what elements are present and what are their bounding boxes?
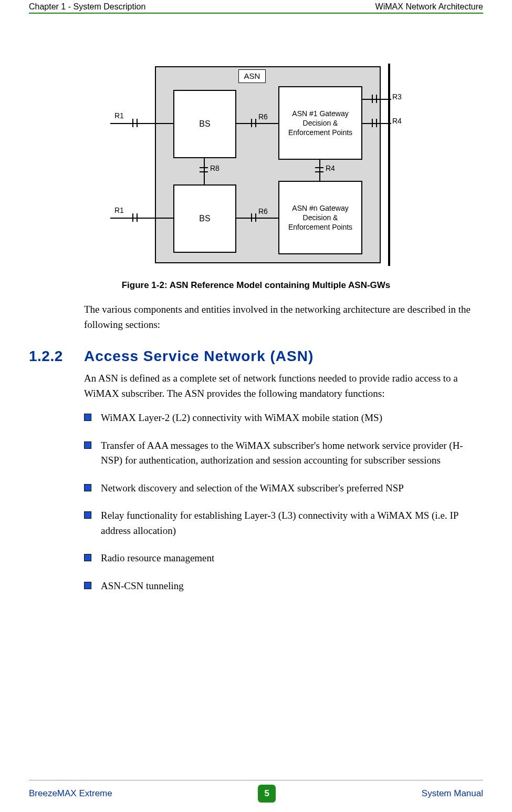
asn-diagram: ASN BS BS ASN #1 Gateway Decision & Enfo… [110, 66, 402, 263]
bullet-icon [84, 511, 91, 519]
r6-label-2: R6 [257, 207, 269, 215]
bullet-icon [84, 554, 91, 561]
bs-box-2: BS [173, 184, 236, 253]
r8-label: R8 [209, 164, 221, 172]
bullet-list: WiMAX Layer-2 (L2) connectivity with WiM… [84, 410, 482, 593]
footer-manual: System Manual [422, 788, 483, 799]
r4-label: R4 [325, 164, 336, 172]
gateway-box-2: ASN #n Gateway Decision & Enforcement Po… [278, 181, 362, 254]
section-intro: An ASN is defined as a complete set of n… [84, 371, 482, 401]
page-number-badge: 5 [258, 785, 276, 803]
page-header: Chapter 1 - System Description WiMAX Net… [29, 0, 483, 14]
bullet-icon [84, 582, 91, 589]
r1-label: R1 [113, 111, 125, 120]
header-left: Chapter 1 - System Description [29, 2, 145, 12]
bullet-icon [84, 414, 91, 421]
r4-label-ext: R4 [391, 117, 403, 125]
bullet-icon [84, 441, 91, 449]
bs-box-1: BS [173, 90, 236, 158]
r6-label: R6 [257, 112, 269, 121]
section-heading: 1.2.2 Access Service Network (ASN) [29, 348, 483, 365]
section-title: Access Service Network (ASN) [84, 348, 314, 365]
list-item: Network discovery and selection of the W… [84, 481, 482, 496]
footer-product: BreezeMAX Extreme [29, 788, 112, 799]
header-right: WiMAX Network Architecture [375, 2, 483, 12]
page-footer: BreezeMAX Extreme 5 System Manual [29, 780, 483, 803]
gateway-box-1: ASN #1 Gateway Decision & Enforcement Po… [278, 86, 362, 160]
r3-label: R3 [391, 92, 403, 101]
figure-caption: Figure 1-2: ASN Reference Model containi… [29, 280, 483, 291]
section-number: 1.2.2 [29, 348, 84, 365]
list-item: Transfer of AAA messages to the WiMAX su… [84, 438, 482, 468]
figure: ASN BS BS ASN #1 Gateway Decision & Enfo… [29, 66, 483, 291]
asn-label: ASN [238, 69, 266, 83]
r1-label-2: R1 [113, 206, 125, 214]
list-item: Radio resource management [84, 551, 482, 566]
bullet-icon [84, 484, 91, 491]
list-item: Relay functionality for establishing Lay… [84, 508, 482, 538]
list-item: ASN-CSN tunneling [84, 579, 482, 594]
intro-paragraph: The various components and entities invo… [84, 302, 482, 332]
list-item: WiMAX Layer-2 (L2) connectivity with WiM… [84, 410, 482, 426]
